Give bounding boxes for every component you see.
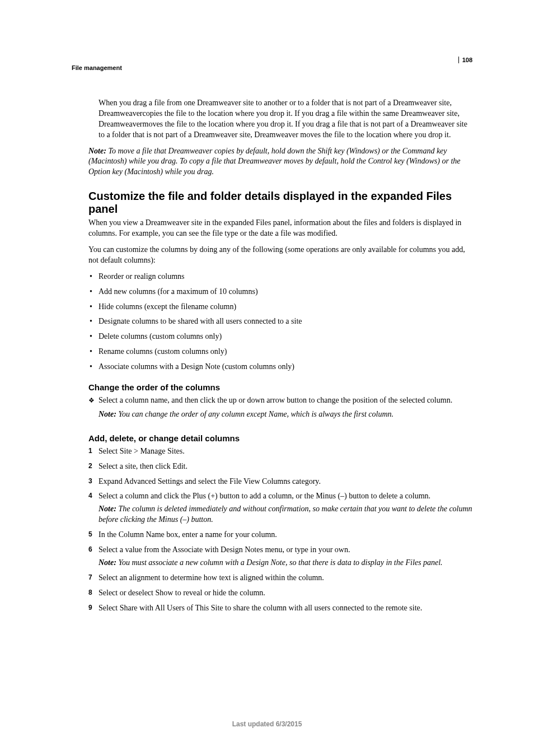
step-text: Select Share with All Users of This Site… xyxy=(99,604,422,612)
diamond-text: Select a column name, and then click the… xyxy=(99,395,472,406)
section-paragraph-2: You can customize the columns by doing a… xyxy=(88,245,472,266)
note-label: Note: xyxy=(99,410,118,418)
list-item: Rename columns (custom columns only) xyxy=(88,347,472,357)
page: File management 108 When you drag a file… xyxy=(0,0,534,756)
step-text: Expand Advanced Settings and select the … xyxy=(99,477,321,486)
diamond-item: ❖ Select a column name, and then click t… xyxy=(88,395,472,423)
bullet-list: Reorder or realign columns Add new colum… xyxy=(88,272,472,372)
step-text: Select Site > Manage Sites. xyxy=(99,447,185,455)
note-label: Note: xyxy=(99,505,118,513)
note-label: Note: xyxy=(88,147,108,155)
note-text: You can change the order of any column e… xyxy=(118,410,394,418)
list-item: Select a value from the Associate with D… xyxy=(88,545,472,568)
top-note: Note: To move a file that Dreamweaver co… xyxy=(88,146,472,178)
list-item: Select a column and click the Plus (+) b… xyxy=(88,491,472,525)
step-text: Select or deselect Show to reveal or hid… xyxy=(99,589,265,597)
step-text: Select a value from the Associate with D… xyxy=(99,545,350,554)
section-title: File management xyxy=(72,64,122,71)
list-item: Hide columns (except the filename column… xyxy=(88,302,472,312)
list-item: Reorder or realign columns xyxy=(88,272,472,282)
list-item: Designate columns to be shared with all … xyxy=(88,316,472,327)
list-item: Select Site > Manage Sites. xyxy=(88,446,472,457)
step-text: Select a site, then click Edit. xyxy=(99,462,188,470)
diamond-icon: ❖ xyxy=(88,395,99,423)
note-text: You must associate a new column with a D… xyxy=(118,558,442,567)
section-paragraph-1: When you view a Dreamweaver site in the … xyxy=(88,218,472,239)
step-text: In the Column Name box, enter a name for… xyxy=(99,530,277,539)
list-item: Associate columns with a Design Note (cu… xyxy=(88,362,472,372)
list-item: Expand Advanced Settings and select the … xyxy=(88,477,472,487)
list-item: Add new columns (for a maximum of 10 col… xyxy=(88,287,472,297)
list-item: Select Share with All Users of This Site… xyxy=(88,603,472,614)
list-item: In the Column Name box, enter a name for… xyxy=(88,530,472,540)
note-label: Note: xyxy=(99,558,118,567)
main-heading: Customize the file and folder details di… xyxy=(88,190,472,216)
list-item: Select or deselect Show to reveal or hid… xyxy=(88,588,472,599)
footer-updated: Last updated 6/3/2015 xyxy=(0,720,534,728)
sub-heading-1: Change the order of the columns xyxy=(88,382,472,392)
note-text: The column is deleted immediately and wi… xyxy=(99,505,472,524)
page-body: When you drag a file from one Dreamweave… xyxy=(88,98,472,614)
step-text: Select a column and click the Plus (+) b… xyxy=(99,492,430,500)
diamond-note: Note: You can change the order of any co… xyxy=(99,409,472,420)
numbered-list: Select Site > Manage Sites. Select a sit… xyxy=(88,446,472,614)
diamond-content: Select a column name, and then click the… xyxy=(99,395,472,423)
list-item: Delete columns (custom columns only) xyxy=(88,332,472,342)
step-note: Note: You must associate a new column wi… xyxy=(99,558,472,568)
list-item: Select an alignment to determine how tex… xyxy=(88,573,472,584)
step-text: Select an alignment to determine how tex… xyxy=(99,573,324,582)
page-header: File management 108 xyxy=(72,64,472,71)
intro-paragraph: When you drag a file from one Dreamweave… xyxy=(99,98,472,141)
page-number-container: 108 xyxy=(458,57,472,63)
list-item: Select a site, then click Edit. xyxy=(88,461,472,472)
sub-heading-2: Add, delete, or change detail columns xyxy=(88,433,472,443)
step-note: Note: The column is deleted immediately … xyxy=(99,504,472,525)
note-text: To move a file that Dreamweaver copies b… xyxy=(88,147,461,176)
page-number: 108 xyxy=(462,57,472,63)
